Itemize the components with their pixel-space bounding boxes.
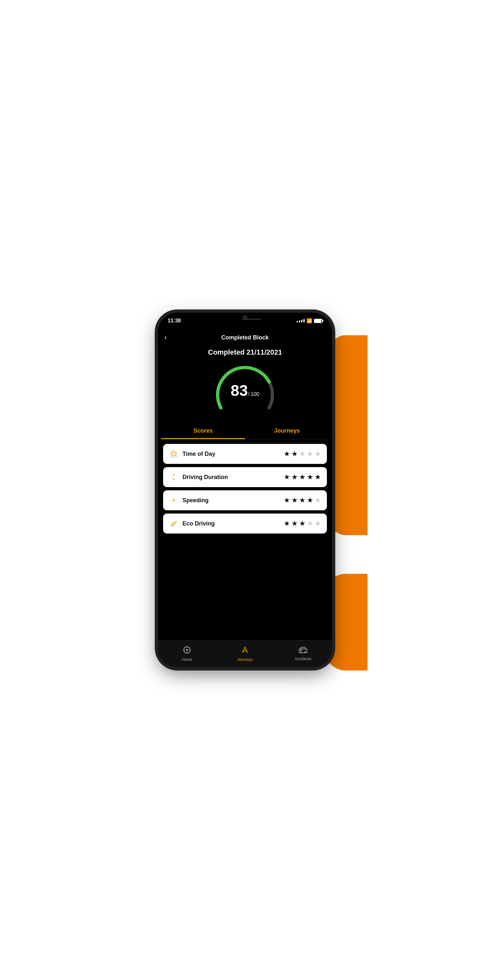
accidents-icon xyxy=(299,646,307,655)
nav-label-journeys: Journeys xyxy=(237,657,253,662)
score-item-speeding[interactable]: Speeding ★ ★ ★ ★ ★ xyxy=(163,490,327,510)
svg-rect-21 xyxy=(300,649,302,651)
nav-label-home: Home xyxy=(182,657,192,662)
status-time: 11:38 xyxy=(168,318,181,324)
tab-scores[interactable]: Scores xyxy=(161,423,245,439)
score-label-driving-duration: Driving Duration xyxy=(183,474,280,480)
gauge-score: 83/ 100 xyxy=(231,383,259,398)
score-item-eco-driving[interactable]: Eco Driving ★ ★ ★ ★ ★ xyxy=(163,514,327,533)
stars-eco-driving: ★ ★ ★ ★ ★ xyxy=(284,519,321,528)
phone-screen: ‹ Completed Block Completed 21/11/2021 8… xyxy=(158,329,332,667)
svg-point-20 xyxy=(304,652,305,653)
phone-frame: 11:38 📶 ‹ Completed Block xyxy=(158,313,332,667)
star-5: ★ xyxy=(315,450,321,458)
star-2: ★ xyxy=(291,450,298,458)
stars-driving-duration: ★ ★ ★ ★ ★ xyxy=(284,473,321,481)
svg-point-19 xyxy=(301,652,302,653)
star-1: ★ xyxy=(284,519,290,528)
svg-rect-18 xyxy=(299,649,307,653)
speeding-icon xyxy=(169,495,178,505)
star-1: ★ xyxy=(284,496,290,504)
gauge-outof: / 100 xyxy=(248,391,259,397)
star-3: ★ xyxy=(299,473,305,481)
tabs-container: Scores Journeys xyxy=(161,423,329,439)
wifi-icon: 📶 xyxy=(307,318,312,323)
nav-label-accidents: Accidents xyxy=(294,657,312,661)
nav-item-accidents[interactable]: Accidents xyxy=(274,646,332,661)
signal-dot-2 xyxy=(299,320,300,322)
score-item-time-of-day[interactable]: Time of Day ★ ★ ★ ★ ★ xyxy=(163,444,327,464)
star-3: ★ xyxy=(299,519,305,528)
signal-dot-4 xyxy=(303,319,305,322)
svg-point-0 xyxy=(172,452,176,456)
svg-line-6 xyxy=(176,456,177,457)
svg-point-9 xyxy=(173,500,175,501)
header: ‹ Completed Block xyxy=(158,329,332,345)
bottom-nav: Home Journeys xyxy=(158,640,332,667)
star-1: ★ xyxy=(284,450,290,458)
battery-icon xyxy=(314,319,322,323)
svg-line-7 xyxy=(176,451,177,452)
speaker-notch xyxy=(242,318,261,320)
stars-speeding: ★ ★ ★ ★ ★ xyxy=(284,496,321,504)
star-2: ★ xyxy=(291,473,298,481)
star-4: ★ xyxy=(307,519,313,528)
home-icon xyxy=(183,646,191,656)
tab-journeys[interactable]: Journeys xyxy=(245,423,329,439)
star-5: ★ xyxy=(315,473,321,481)
journeys-icon xyxy=(241,646,249,656)
back-button[interactable]: ‹ xyxy=(164,333,174,342)
page-title: Completed Block xyxy=(174,334,316,341)
signal-dot-1 xyxy=(297,321,298,322)
battery-fill xyxy=(315,320,321,322)
signal-dot-3 xyxy=(301,320,302,322)
star-4: ★ xyxy=(307,450,313,458)
eco-driving-icon xyxy=(169,519,178,528)
star-2: ★ xyxy=(291,519,298,528)
score-item-driving-duration[interactable]: Driving Duration ★ ★ ★ ★ ★ xyxy=(163,467,327,487)
star-2: ★ xyxy=(291,496,298,504)
driving-duration-icon xyxy=(169,472,178,482)
star-4: ★ xyxy=(307,473,313,481)
star-3: ★ xyxy=(299,450,305,458)
score-label-speeding: Speeding xyxy=(183,497,280,504)
gauge-wrapper: 83/ 100 xyxy=(213,361,277,419)
star-5: ★ xyxy=(315,496,321,504)
svg-line-8 xyxy=(171,456,172,457)
status-icons: 📶 xyxy=(297,318,322,323)
svg-line-5 xyxy=(171,451,172,452)
star-3: ★ xyxy=(299,496,305,504)
gauge-number: 83 xyxy=(231,382,248,399)
stars-time-of-day: ★ ★ ★ ★ ★ xyxy=(284,450,321,458)
score-label-time-of-day: Time of Day xyxy=(183,451,280,457)
star-1: ★ xyxy=(284,473,290,481)
signal-dots xyxy=(297,319,305,322)
page-wrapper: 11:38 📶 ‹ Completed Block xyxy=(123,245,368,735)
svg-point-12 xyxy=(186,649,188,651)
status-bar: 11:38 📶 xyxy=(158,313,332,329)
nav-item-journeys[interactable]: Journeys xyxy=(216,646,274,662)
scores-list: Time of Day ★ ★ ★ ★ ★ xyxy=(158,439,332,640)
star-4: ★ xyxy=(307,496,313,504)
nav-item-home[interactable]: Home xyxy=(158,646,216,662)
time-of-day-icon xyxy=(169,449,178,459)
score-label-eco-driving: Eco Driving xyxy=(183,520,280,527)
gauge-container: 83/ 100 xyxy=(158,361,332,423)
star-5: ★ xyxy=(315,519,321,528)
